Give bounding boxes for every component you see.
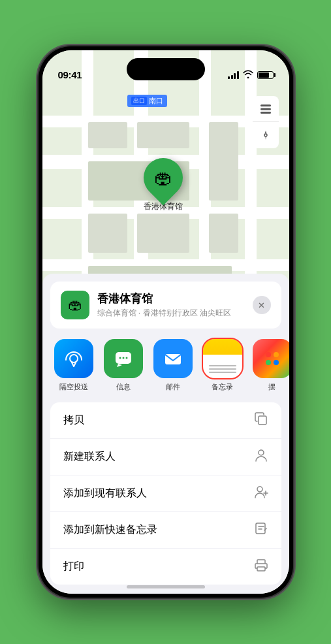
stadium-pin[interactable]: 🏟 香港体育馆	[144, 158, 183, 212]
battery-icon	[257, 71, 274, 79]
bottom-sheet: 🏟 香港体育馆 综合体育馆 · 香港特别行政区 油尖旺区 ✕	[42, 274, 289, 594]
svg-rect-13	[256, 523, 265, 534]
svg-point-7	[122, 357, 124, 359]
airdrop-icon	[54, 339, 93, 378]
svg-rect-14	[257, 560, 265, 564]
map-label-badge: 出口	[131, 97, 147, 105]
action-copy[interactable]: 拷贝	[50, 402, 281, 439]
svg-rect-9	[165, 354, 181, 364]
map-controls	[253, 96, 279, 148]
share-row: 隔空投送 信息	[42, 334, 289, 397]
stadium-pin-icon: 🏟	[135, 150, 191, 206]
quick-note-icon	[254, 521, 268, 539]
more-label: 摆	[268, 382, 276, 392]
share-item-message[interactable]: 信息	[102, 339, 144, 392]
airdrop-label: 隔空投送	[59, 382, 88, 392]
person-icon	[254, 448, 268, 466]
svg-point-4	[70, 355, 78, 362]
location-name: 香港体育馆	[97, 291, 253, 306]
share-item-more[interactable]: 摆	[251, 339, 289, 392]
svg-point-8	[125, 357, 127, 359]
wifi-icon	[243, 70, 253, 80]
copy-icon	[254, 411, 268, 429]
status-time: 09:41	[58, 69, 82, 80]
map-label-text: 南口	[149, 96, 163, 106]
phone-frame: 09:41	[39, 46, 293, 598]
location-subtitle: 综合体育馆 · 香港特别行政区 油尖旺区	[97, 308, 253, 319]
mail-label: 邮件	[166, 382, 180, 392]
more-icon	[253, 339, 289, 378]
svg-rect-0	[260, 105, 271, 106]
compass-button[interactable]	[253, 122, 279, 148]
map-layers-button[interactable]	[253, 96, 279, 122]
svg-point-12	[257, 487, 262, 492]
svg-point-6	[119, 357, 121, 359]
mail-icon	[153, 339, 193, 378]
action-quick-note[interactable]: 添加到新快速备忘录	[50, 512, 281, 549]
action-print-label: 打印	[63, 560, 84, 573]
action-add-contact[interactable]: 添加到现有联系人	[50, 475, 281, 512]
svg-rect-10	[259, 416, 266, 425]
location-card: 🏟 香港体育馆 综合体育馆 · 香港特别行政区 油尖旺区 ✕	[50, 282, 281, 329]
action-add-contact-label: 添加到现有联系人	[63, 487, 147, 500]
status-icons	[228, 70, 274, 80]
action-new-contact[interactable]: 新建联系人	[50, 439, 281, 475]
action-print[interactable]: 打印	[50, 549, 281, 585]
location-info: 香港体育馆 综合体育馆 · 香港特别行政区 油尖旺区	[97, 291, 253, 319]
signal-bars-icon	[228, 71, 239, 79]
action-quick-note-label: 添加到新快速备忘录	[63, 523, 157, 537]
print-icon	[254, 558, 268, 575]
message-icon	[104, 339, 143, 378]
svg-point-11	[259, 450, 264, 455]
action-list: 拷贝 新建联系人	[42, 402, 289, 585]
location-card-icon: 🏟	[61, 291, 89, 319]
notes-label: 备忘录	[212, 382, 233, 392]
close-button[interactable]: ✕	[253, 296, 271, 314]
action-copy-label: 拷贝	[63, 413, 84, 427]
svg-rect-1	[260, 108, 271, 110]
share-item-notes[interactable]: 备忘录	[202, 339, 244, 392]
svg-point-3	[264, 134, 267, 137]
person-add-icon	[254, 485, 268, 502]
action-new-contact-label: 新建联系人	[63, 450, 116, 464]
home-indicator	[127, 585, 205, 588]
map-label: 出口 南口	[127, 95, 167, 107]
share-item-mail[interactable]: 邮件	[152, 339, 194, 392]
svg-rect-15	[257, 567, 265, 571]
share-item-airdrop[interactable]: 隔空投送	[53, 339, 95, 392]
message-label: 信息	[116, 382, 131, 392]
phone-screen: 09:41	[42, 50, 289, 594]
notes-icon	[203, 339, 242, 378]
dynamic-island	[127, 58, 205, 80]
svg-rect-2	[260, 112, 271, 114]
